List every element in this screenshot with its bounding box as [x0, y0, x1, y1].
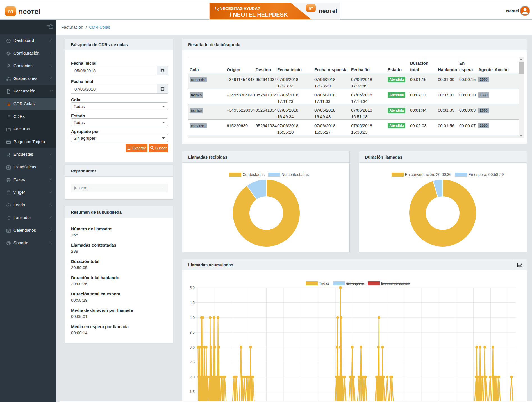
svg-text:1.5: 1.5 [190, 390, 195, 394]
svg-text:3.0: 3.0 [190, 345, 195, 349]
svg-text:5.0: 5.0 [190, 286, 195, 290]
svg-text:2.0: 2.0 [190, 375, 195, 379]
svg-text:nт: nт [309, 6, 313, 10]
svg-text:4.0: 4.0 [190, 315, 195, 320]
svg-text:2.5: 2.5 [190, 360, 195, 364]
svg-text:nт: nт [7, 8, 13, 15]
svg-text:3.5: 3.5 [190, 330, 195, 335]
svg-text:4.5: 4.5 [190, 301, 195, 305]
